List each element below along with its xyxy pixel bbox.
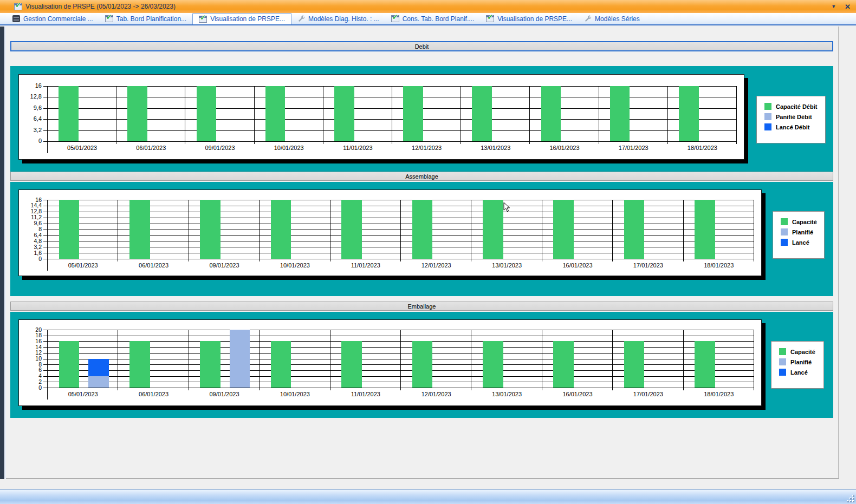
- y-axis-tick: [43, 230, 47, 230]
- y-axis-tick: [43, 86, 47, 87]
- x-axis-tick: [323, 141, 323, 144]
- tab-label: Modèles Diag. Histo. : ...: [308, 15, 379, 23]
- y-tick-label: 2: [18, 379, 42, 385]
- y-tick-label: 6: [18, 367, 42, 373]
- tab-mod-les-s-ries[interactable]: Modèles Séries: [578, 13, 646, 24]
- y-axis-tick: [43, 336, 47, 336]
- y-tick-label: 12,8: [18, 208, 42, 214]
- x-axis-tick: [736, 141, 737, 144]
- capacity-bar: [610, 86, 630, 141]
- legend-swatch: [781, 239, 788, 246]
- legend-item: Lancé: [781, 239, 818, 246]
- y-tick-label: 10: [18, 356, 42, 362]
- capacity-bar: [59, 86, 79, 141]
- category-cell: [613, 330, 683, 388]
- x-axis-tick: [330, 259, 330, 261]
- x-tick-label: 16/01/2023: [542, 262, 613, 269]
- capacity-bar: [679, 86, 699, 141]
- y-axis-tick: [43, 376, 47, 377]
- x-tick-label: 10/01/2023: [255, 145, 323, 151]
- x-tick-label: 13/01/2023: [461, 145, 530, 151]
- tab-visualisation-de-prspe[interactable]: ✓Visualisation de PRSPE...: [192, 13, 291, 24]
- section-header-assemblage[interactable]: Assemblage: [10, 172, 833, 181]
- docked-panel-strip[interactable]: [0, 27, 4, 479]
- y-axis-tick: [43, 370, 47, 371]
- legend-item: Lancé: [779, 369, 817, 376]
- legend-label: Capacité: [792, 219, 817, 225]
- tab-tab-bord-planification[interactable]: ✓Tab. Bord Planification...: [99, 13, 192, 24]
- plot-area: 03,26,49,612,81605/01/202306/01/202309/0…: [47, 86, 736, 141]
- y-axis-tick: [43, 347, 47, 348]
- chart-canvas: 03,26,49,612,81605/01/202306/01/202309/0…: [18, 74, 744, 160]
- x-axis-tick: [683, 259, 684, 261]
- category-cell: [684, 200, 754, 259]
- legend-item: Planifié: [781, 228, 818, 235]
- x-axis-tick: [612, 259, 613, 261]
- x-axis-tick: [118, 259, 118, 261]
- collapse-window-button[interactable]: ▼: [831, 4, 836, 9]
- y-tick-label: 0: [18, 138, 42, 144]
- x-tick-label: 12/01/2023: [401, 391, 471, 397]
- legend-swatch: [779, 369, 786, 376]
- capacity-bar: [624, 200, 645, 259]
- section-header-debit[interactable]: Debit: [10, 41, 833, 51]
- legend-swatch: [779, 358, 786, 365]
- launched-bar: [88, 359, 109, 376]
- category-cell: [668, 86, 737, 141]
- tab-gestion-commerciale[interactable]: Gestion Commerciale ...: [7, 13, 99, 24]
- y-axis-tick: [43, 108, 47, 109]
- x-tick-label: 13/01/2023: [471, 391, 542, 397]
- x-axis-tick: [461, 141, 461, 144]
- legend-label: Capacité: [790, 349, 815, 355]
- category-cell: [118, 330, 189, 388]
- capacity-bar: [541, 86, 561, 141]
- category-cell: [185, 86, 254, 141]
- chart-section-emballage: Emballage 0246810121416182005/01/202306/…: [10, 302, 833, 311]
- y-axis-tick: [43, 97, 47, 97]
- capacity-bar: [200, 200, 221, 259]
- capacity-bar: [553, 200, 574, 259]
- y-tick-label: 14,4: [18, 202, 42, 208]
- category-cell: [530, 86, 599, 141]
- section-header-emballage[interactable]: Emballage: [10, 302, 833, 311]
- tab-label: Modèles Séries: [595, 15, 640, 23]
- y-axis-tick: [43, 253, 47, 253]
- y-axis-tick: [43, 206, 47, 206]
- x-axis-tick: [542, 259, 542, 261]
- y-tick-label: 9,6: [18, 220, 42, 226]
- tab-mod-les-diag-histo[interactable]: Modèles Diag. Histo. : ...: [291, 13, 385, 24]
- category-cell: [116, 86, 185, 141]
- section-title: Emballage: [408, 303, 436, 310]
- x-axis-tick: [189, 388, 189, 390]
- x-tick-label: 11/01/2023: [330, 262, 401, 269]
- y-axis-tick: [43, 330, 47, 330]
- resize-grip[interactable]: [847, 495, 854, 502]
- tab-cons-tab-bord-planif[interactable]: ✓Cons. Tab. Bord Planif....: [385, 13, 481, 24]
- legend-label: Planifié: [792, 229, 813, 235]
- close-window-button[interactable]: ✕: [845, 3, 851, 11]
- cabinet-icon: [12, 15, 20, 22]
- x-tick-label: 12/01/2023: [392, 145, 461, 151]
- plot: 0246810121416182005/01/202306/01/202309/…: [47, 330, 754, 388]
- category-cell: [613, 200, 683, 259]
- section-title: Debit: [415, 43, 429, 50]
- y-tick-label: 18: [18, 332, 42, 338]
- check-calendar-icon: ✓: [105, 15, 113, 22]
- x-axis-tick: [683, 388, 684, 390]
- x-axis-tick: [392, 141, 392, 144]
- x-tick-label: 18/01/2023: [684, 391, 754, 397]
- y-tick-label: 11,2: [18, 214, 42, 220]
- y-tick-label: 0: [18, 385, 42, 391]
- x-tick-label: 17/01/2023: [599, 145, 668, 151]
- x-axis-tick: [400, 388, 401, 390]
- x-tick-label: 11/01/2023: [330, 391, 401, 397]
- capacity-bar: [412, 341, 433, 388]
- capacity-bar: [695, 200, 715, 259]
- plot: 03,26,49,612,81605/01/202306/01/202309/0…: [47, 86, 737, 142]
- x-tick-label: 18/01/2023: [668, 145, 737, 151]
- app-icon: ✓: [14, 3, 22, 10]
- tab-visualisation-de-prspe[interactable]: ✓Visualisation de PRSPE...: [480, 13, 578, 24]
- y-tick-label: 1,6: [18, 250, 42, 256]
- y-tick-label: 0: [18, 256, 42, 262]
- y-axis-tick: [43, 364, 47, 365]
